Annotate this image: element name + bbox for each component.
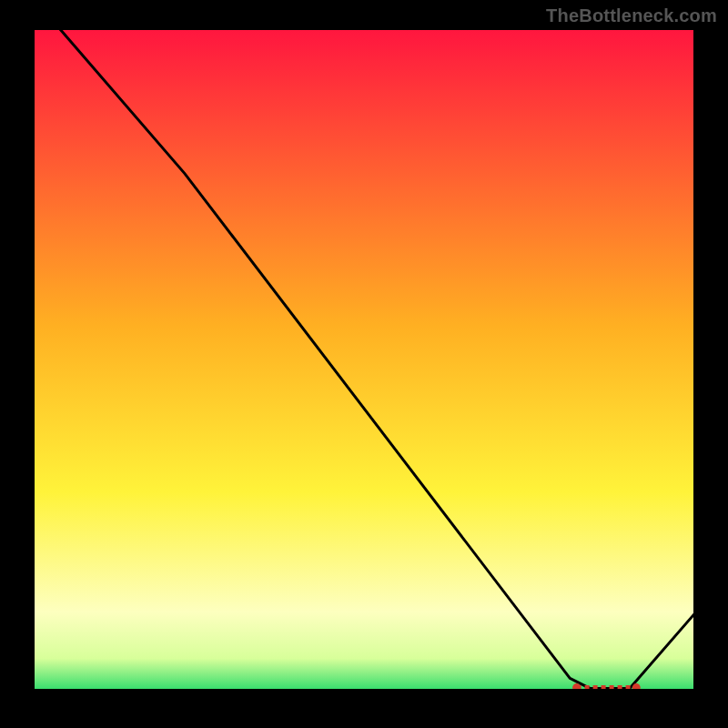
plot-border — [32, 27, 696, 692]
watermark-text: TheBottleneck.com — [546, 5, 717, 26]
chart-container: TheBottleneck.com — [0, 0, 728, 728]
